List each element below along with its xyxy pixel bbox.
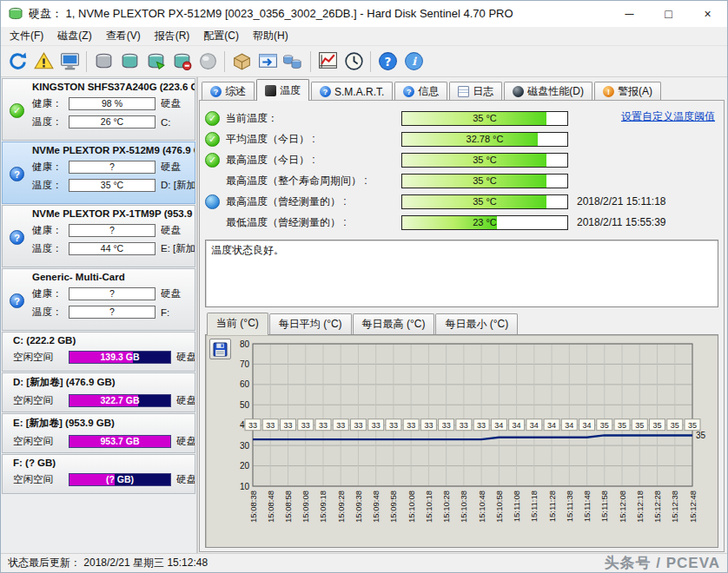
point-label: 33 (354, 421, 362, 430)
chart-tab-3[interactable]: 每日最小 (°C) (435, 313, 518, 334)
menu-item-0[interactable]: 文件(F) (3, 27, 50, 45)
disk-metric-label: 温度： (32, 306, 69, 319)
x-tick-label: 15:08:38 (248, 491, 258, 523)
partition-row-right-label: 硬盘 (176, 473, 195, 486)
tab-alerts[interactable]: !警报(A) (594, 82, 661, 101)
dual-disks-icon[interactable] (281, 49, 306, 74)
disk-metric-row: 温度：?F: (32, 303, 195, 321)
partition-free-row: 空闲空间139.3 GB硬盘 (13, 348, 195, 366)
set-custom-threshold-link[interactable]: 设置自定义温度阈值 (621, 109, 715, 124)
x-tick-label: 15:11:18 (529, 491, 539, 522)
point-label: 33 (477, 421, 486, 430)
maximize-button[interactable]: □ (649, 1, 688, 27)
disk-metric-label: 健康： (32, 161, 69, 174)
menu-item-4[interactable]: 配置(C) (196, 27, 246, 45)
partition-name: C: (222.2 GB) (13, 335, 195, 346)
window-transfer-icon[interactable] (255, 49, 280, 74)
temperature-rows: ✓当前温度：35 °C✓平均温度（今日） :32.78 °C✓最高温度（今日） … (200, 106, 724, 233)
menu-item-1[interactable]: 磁盘(Z) (50, 27, 98, 45)
toolbar-separator (370, 51, 371, 72)
disk-row-right-label: F: (161, 307, 195, 318)
chart-tab-1[interactable]: 每日平均 (°C) (269, 313, 352, 334)
x-tick-label: 15:12:38 (670, 491, 679, 523)
disk-list-item[interactable]: ?NVMe PLEXTOR PX-1TM9P (953.9 GB)健康：?硬盘温… (2, 205, 195, 267)
clock-icon[interactable] (341, 49, 366, 74)
point-label: 33 (460, 421, 468, 430)
disk-sphere-icon[interactable] (195, 49, 220, 74)
disk-arrow-icon[interactable] (143, 49, 168, 74)
toolbar: ?i (1, 46, 727, 77)
free-space-bar: 322.7 GB (69, 394, 171, 407)
disk-list-item[interactable]: ✓KINGSTON SHFS37A240G (223.6 GB)健康：98 %硬… (2, 78, 195, 141)
close-button[interactable]: × (688, 1, 727, 27)
tab-information[interactable]: ?信息 (394, 82, 447, 101)
info-icon[interactable]: i (401, 49, 426, 74)
tab-smart[interactable]: ?S.M.A.R.T. (311, 82, 393, 101)
disk-name: KINGSTON SHFS37A240G (223.6 GB) (32, 82, 195, 92)
point-label: 33 (283, 421, 292, 430)
partition-list-item[interactable]: E: [新加卷] (953.9 GB)空闲空间953.7 GB硬盘 (2, 413, 195, 453)
partition-list-item[interactable]: F: (? GB)空闲空间(? GB)硬盘 (2, 454, 195, 494)
disk-metric-label: 健康： (32, 224, 69, 237)
disk-teal-icon[interactable] (117, 49, 142, 74)
tab-overview[interactable]: ?综述 (202, 82, 255, 101)
point-label: 34 (513, 421, 521, 430)
x-tick-label: 15:11:58 (599, 491, 609, 522)
tab-label: 综述 (225, 84, 246, 99)
disk-list-item[interactable]: ?Generic- Multi-Card健康：?硬盘温度：?F: (2, 268, 195, 331)
bar-value: ? (109, 225, 115, 235)
warning-icon[interactable] (31, 49, 56, 74)
package-icon[interactable] (229, 49, 254, 74)
disk-row-right-label: 硬盘 (161, 287, 195, 300)
disk-name: NVMe PLEXTOR PX-1TM9P (953.9 GB) (32, 208, 195, 219)
point-label: 33 (301, 421, 310, 430)
partition-row-right-label: 硬盘 (176, 351, 195, 364)
point-label: 33 (372, 421, 381, 430)
bar-value: 26 °C (101, 116, 123, 127)
temperature-bar: 35 °C (401, 194, 568, 209)
partition-list-item[interactable]: D: [新加卷] (476.9 GB)空闲空间322.7 GB硬盘 (2, 372, 195, 412)
partition-free-row: 空闲空间322.7 GB硬盘 (13, 392, 195, 409)
bar-value: 32.78 °C (467, 134, 504, 144)
temperature-status-box: 温度状态良好。 (205, 240, 718, 307)
free-space-bar: 139.3 GB (69, 351, 171, 364)
disk-health-bar: ? (69, 161, 156, 174)
disk-error-icon[interactable] (169, 49, 194, 74)
menu-item-5[interactable]: 帮助(H) (246, 27, 295, 45)
refresh-icon[interactable] (5, 49, 30, 74)
graph-icon[interactable] (315, 49, 340, 74)
monitor-icon[interactable] (57, 49, 82, 74)
chart-tab-2[interactable]: 每日最高 (°C) (353, 313, 435, 334)
free-space-value: 139.3 GB (69, 352, 170, 363)
x-tick-label: 15:10:48 (477, 491, 486, 523)
chart-tab-0[interactable]: 当前 (°C) (207, 313, 268, 335)
temperature-row-label: 最高温度（整个寿命周期间） : (226, 174, 401, 188)
disk-health-bar: ? (69, 224, 156, 237)
temperature-timestamp: 2018/2/21 15:11:18 (577, 195, 666, 207)
help-icon[interactable]: ? (375, 49, 400, 74)
save-chart-button[interactable] (209, 339, 231, 359)
disk-name: NVMe PLEXTOR PX-512M9 (476.9 GB) (32, 145, 195, 155)
main-panel: ?综述温度?S.M.A.R.T.?信息日志磁盘性能(D)!警报(A) ✓当前温度… (198, 77, 727, 553)
status-ok-icon: ✓ (205, 111, 220, 126)
tab-temperature[interactable]: 温度 (256, 79, 309, 101)
disk-list-item[interactable]: ?NVMe PLEXTOR PX-512M9 (476.9 GB)健康：?硬盘温… (2, 142, 195, 204)
x-tick-label: 15:10:58 (494, 491, 504, 523)
toolbar-separator (86, 51, 87, 72)
x-tick-label: 15:10:08 (407, 491, 416, 523)
floppy-icon (213, 342, 228, 357)
titlebar: 硬盘： 1, NVMe PLEXTOR PX-512M9 [0023_0356_… (1, 1, 727, 27)
partition-list-item[interactable]: C: (222.2 GB)空闲空间139.3 GB硬盘 (2, 332, 195, 372)
minimize-button[interactable]: ─ (610, 1, 649, 27)
menu-item-3[interactable]: 报告(R) (148, 27, 197, 45)
disk-metric-label: 健康： (32, 97, 69, 110)
disk-gray-icon[interactable] (91, 49, 116, 74)
menu-item-2[interactable]: 查看(V) (99, 27, 148, 45)
tab-performance[interactable]: 磁盘性能(D) (504, 82, 592, 101)
smart-tab-icon: ? (320, 86, 331, 97)
point-label: 34 (583, 421, 592, 430)
window-title: 硬盘： 1, NVMe PLEXTOR PX-512M9 [0023_0356_… (29, 6, 610, 22)
temperature-bar: 32.78 °C (401, 132, 568, 147)
disk-status-question-icon: ? (10, 293, 24, 308)
tab-log[interactable]: 日志 (449, 82, 502, 101)
